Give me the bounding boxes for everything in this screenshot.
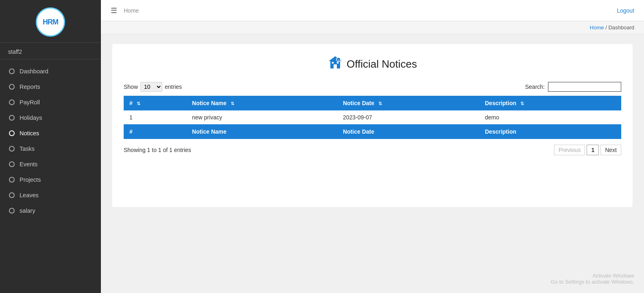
page-title: Official Notices [347, 58, 417, 70]
entries-label: entries [165, 84, 182, 90]
search-area: Search: [525, 82, 621, 92]
table-header-row: # ⇅ Notice Name ⇅ Notice Date ⇅ Descript… [124, 96, 621, 110]
table-footer-row: # Notice Name Notice Date Description [124, 124, 621, 139]
sort-icon-date: ⇅ [378, 101, 382, 106]
logo-text: HRM [43, 18, 58, 26]
col-notice-name[interactable]: Notice Name ⇅ [186, 96, 337, 110]
sidebar-label-holidays: Holidays [20, 115, 42, 121]
footer-col-date: Notice Date [337, 124, 479, 139]
search-input[interactable] [548, 82, 621, 92]
pagination-controls: Previous 1 Next [554, 145, 621, 155]
nav-dot-payroll [9, 99, 15, 105]
sidebar-item-notices[interactable]: Notices [0, 126, 101, 141]
footer-col-desc: Description [479, 124, 621, 139]
breadcrumb: Home / Dashboard [101, 21, 644, 34]
sidebar-item-leaves[interactable]: Leaves [0, 187, 101, 203]
logo: HRM [36, 7, 65, 37]
show-label: Show [124, 84, 138, 90]
svg-rect-2 [332, 62, 334, 64]
user-label: staff2 [0, 43, 101, 59]
home-link[interactable]: Home [124, 7, 139, 14]
svg-rect-1 [334, 64, 337, 68]
breadcrumb-home[interactable]: Home [590, 24, 604, 31]
logo-area: HRM [0, 0, 101, 43]
search-label: Search: [525, 84, 545, 90]
table-controls: Show 10 25 50 100 entries Search: [124, 82, 621, 92]
cell-description: demo [479, 110, 621, 124]
logout-button[interactable]: Logout [617, 7, 634, 14]
cell-num: 1 [124, 110, 186, 124]
nav-dot-salary [9, 208, 15, 214]
sidebar-item-dashboard[interactable]: Dashboard [0, 64, 101, 79]
pagination-row: Showing 1 to 1 of 1 entries Previous 1 N… [124, 145, 621, 155]
page-title-row: ! Official Notices [124, 55, 621, 73]
sidebar-item-salary[interactable]: salary [0, 203, 101, 218]
cell-notice_date: 2023-09-07 [337, 110, 479, 124]
sidebar-label-reports: Reports [20, 84, 40, 90]
main-area: ☰ Home Logout Home / Dashboard [101, 0, 644, 293]
col-notice-date[interactable]: Notice Date ⇅ [337, 96, 479, 110]
sidebar-label-leaves: Leaves [20, 192, 39, 198]
sidebar-item-projects[interactable]: Projects [0, 172, 101, 187]
table-body: 1new privacy2023-09-07demo [124, 110, 621, 124]
sidebar-item-tasks[interactable]: Tasks [0, 141, 101, 156]
page-1-button[interactable]: 1 [587, 145, 599, 155]
notices-card: ! Official Notices Show 10 25 50 100 ent… [112, 44, 633, 207]
sidebar-item-payroll[interactable]: PayRoll [0, 95, 101, 110]
nav-dot-leaves [9, 192, 15, 198]
svg-rect-3 [337, 62, 338, 64]
breadcrumb-current: Dashboard [608, 24, 634, 31]
footer-col-name: Notice Name [186, 124, 337, 139]
nav-menu: DashboardReportsPayRollHolidaysNoticesTa… [0, 59, 101, 223]
sort-icon-num: ⇅ [137, 101, 140, 106]
col-num[interactable]: # ⇅ [124, 96, 186, 110]
sidebar-label-dashboard: Dashboard [20, 68, 48, 75]
svg-text:!: ! [338, 59, 339, 62]
sidebar-label-projects: Projects [20, 176, 41, 183]
sort-icon-name: ⇅ [231, 101, 234, 106]
sidebar-item-reports[interactable]: Reports [0, 79, 101, 95]
next-button[interactable]: Next [600, 145, 621, 155]
nav-dot-tasks [9, 146, 15, 152]
pagination-summary: Showing 1 to 1 of 1 entries [124, 147, 191, 153]
previous-button[interactable]: Previous [554, 145, 585, 155]
sidebar-label-events: Events [20, 161, 37, 167]
topbar: ☰ Home Logout [101, 0, 644, 21]
nav-dot-events [9, 161, 15, 167]
notices-table: # ⇅ Notice Name ⇅ Notice Date ⇅ Descript… [124, 96, 621, 139]
content-area: ! Official Notices Show 10 25 50 100 ent… [101, 34, 644, 293]
show-entries: Show 10 25 50 100 entries [124, 82, 182, 92]
sidebar: HRM staff2 DashboardReportsPayRollHolida… [0, 0, 101, 293]
sidebar-item-holidays[interactable]: Holidays [0, 110, 101, 126]
sidebar-label-notices: Notices [20, 130, 39, 137]
nav-dot-reports [9, 84, 15, 90]
entries-select[interactable]: 10 25 50 100 [140, 82, 162, 92]
nav-dot-notices [9, 130, 15, 136]
hamburger-icon[interactable]: ☰ [111, 6, 117, 15]
nav-dot-holidays [9, 115, 15, 121]
nav-dot-projects [9, 177, 15, 183]
col-description[interactable]: Description ⇅ [479, 96, 621, 110]
notices-icon: ! [328, 55, 343, 73]
topbar-left: ☰ Home [111, 6, 139, 15]
sidebar-item-events[interactable]: Events [0, 156, 101, 172]
footer-col-num: # [124, 124, 186, 139]
nav-dot-dashboard [9, 68, 15, 74]
sidebar-label-tasks: Tasks [20, 145, 35, 152]
sidebar-label-salary: salary [20, 207, 35, 214]
sidebar-label-payroll: PayRoll [20, 99, 40, 106]
sort-icon-desc: ⇅ [520, 101, 524, 106]
table-row: 1new privacy2023-09-07demo [124, 110, 621, 124]
cell-notice_name: new privacy [186, 110, 337, 124]
